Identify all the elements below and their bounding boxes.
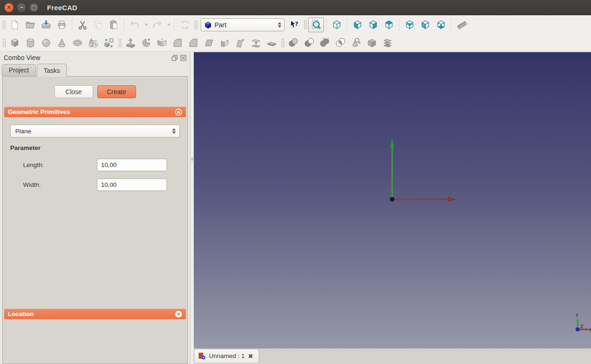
dropdown-arrow-icon	[167, 22, 171, 28]
chamfer-button[interactable]	[185, 36, 201, 50]
sphere-icon	[41, 37, 52, 48]
location-title: Location	[8, 310, 175, 317]
cross-sections-button[interactable]	[380, 36, 395, 50]
primitive-type-select[interactable]: Plane	[10, 125, 180, 137]
print-button[interactable]	[54, 18, 70, 32]
close-button[interactable]: Close	[54, 85, 93, 98]
toolbar-drag-handle[interactable]	[2, 20, 6, 30]
ruled-surface-button[interactable]	[217, 36, 233, 50]
fit-all-button[interactable]	[308, 18, 324, 32]
document-tab-label: Unnamed : 1	[209, 352, 245, 359]
loft-button[interactable]	[233, 36, 248, 50]
window-close-button[interactable]: ✕	[4, 3, 14, 12]
revolve-button[interactable]	[138, 36, 154, 50]
length-spinbox[interactable]	[97, 159, 167, 171]
cone-primitive-button[interactable]	[54, 36, 70, 50]
splitter-grip-icon	[191, 157, 193, 162]
document-tab-bar: Unnamed : 1 ✖	[194, 348, 591, 364]
refresh-button	[177, 18, 193, 32]
view-left-button[interactable]	[418, 18, 433, 32]
toolbar-drag-handle[interactable]	[194, 20, 198, 30]
view-front-button[interactable]	[350, 18, 365, 32]
revolve-icon	[141, 37, 152, 48]
window-maximize-button[interactable]: ▢	[29, 3, 39, 12]
paste-icon	[108, 19, 119, 30]
section-button[interactable]	[264, 36, 280, 50]
ruled-surface-icon	[219, 37, 230, 48]
panel-splitter[interactable]	[190, 52, 194, 364]
create-button[interactable]: Create	[97, 85, 136, 98]
width-spinbox[interactable]	[97, 179, 167, 191]
cube-rear-icon	[404, 19, 415, 30]
check-geometry-button[interactable]	[348, 36, 364, 50]
cube-axonometric-icon	[331, 19, 342, 30]
sweep-button[interactable]	[248, 36, 264, 50]
cylinder-icon	[25, 37, 36, 48]
mirror-button[interactable]	[154, 36, 170, 50]
measure-distance-button[interactable]	[454, 18, 470, 32]
view-bottom-button[interactable]	[433, 18, 449, 32]
redo-menu-button	[165, 18, 172, 32]
open-document-button[interactable]	[23, 18, 38, 32]
shape-builder-button[interactable]	[101, 36, 117, 50]
document-tab-close-icon[interactable]: ✖	[248, 353, 253, 359]
boolean-union-button[interactable]	[317, 36, 333, 50]
collapse-section-icon[interactable]	[175, 108, 182, 116]
primitive-type-value: Plane	[15, 128, 172, 135]
tab-tasks[interactable]: Tasks	[37, 64, 67, 77]
boolean-icon	[288, 37, 299, 48]
location-section-header[interactable]: Location	[4, 309, 186, 319]
view-top-button[interactable]	[381, 18, 397, 32]
x-axis-arrowhead-icon	[448, 197, 454, 202]
box-primitive-button[interactable]	[7, 36, 23, 50]
length-field-row: Length:	[3, 159, 187, 171]
length-input[interactable]	[97, 159, 167, 171]
new-document-button[interactable]	[7, 18, 23, 32]
cut-button[interactable]	[75, 18, 90, 32]
toolbar-drag-handle[interactable]	[281, 38, 285, 48]
create-primitives-button[interactable]	[85, 36, 101, 50]
boolean-cut-button[interactable]	[301, 36, 317, 50]
cube-bottom-icon	[436, 19, 447, 30]
toolbar-drag-handle[interactable]	[118, 38, 122, 48]
toolbar-drag-handle[interactable]	[303, 20, 307, 30]
extrude-button[interactable]	[123, 36, 138, 50]
geometric-primitives-section-header[interactable]: Geometric Primitives	[4, 107, 186, 117]
cone-icon	[56, 37, 67, 48]
3d-viewport[interactable]: Y Z X	[194, 52, 591, 348]
document-tab[interactable]: Unnamed : 1 ✖	[194, 349, 259, 363]
boolean-button[interactable]	[286, 36, 301, 50]
fillet-button[interactable]	[170, 36, 185, 50]
box-icon	[9, 37, 20, 48]
boolean-common-icon	[335, 37, 346, 48]
torus-primitive-button[interactable]	[70, 36, 85, 50]
cube-left-icon	[420, 19, 431, 30]
cylinder-primitive-button[interactable]	[23, 36, 38, 50]
geometric-primitives-content: Plane Parameter Length: Width:	[3, 117, 187, 306]
view-right-button[interactable]	[365, 18, 381, 32]
fillet-icon	[172, 37, 183, 48]
width-input[interactable]	[97, 179, 167, 191]
open-icon	[25, 19, 36, 30]
window-minimize-button[interactable]: −	[17, 3, 26, 12]
paste-button[interactable]	[106, 18, 122, 32]
workbench-selector[interactable]: Part	[201, 18, 285, 31]
whats-this-button[interactable]: ?	[287, 18, 302, 32]
tab-project[interactable]: Project	[2, 64, 36, 76]
make-face-button[interactable]	[201, 36, 217, 50]
dock-close-icon[interactable]	[180, 54, 186, 61]
cube-top-icon	[383, 19, 394, 30]
parameter-heading: Parameter	[10, 144, 187, 151]
sweep-icon	[251, 37, 262, 48]
toolbar-drag-handle[interactable]	[2, 38, 6, 48]
dock-float-icon[interactable]	[171, 54, 178, 61]
sphere-primitive-button[interactable]	[38, 36, 54, 50]
boolean-common-button[interactable]	[333, 36, 348, 50]
expand-section-icon[interactable]	[175, 310, 182, 318]
save-document-button[interactable]	[38, 18, 54, 32]
view-axonometric-button[interactable]	[329, 18, 345, 32]
view-rear-button[interactable]	[402, 18, 418, 32]
section-icon	[266, 37, 277, 48]
boolean-union-icon	[319, 37, 330, 48]
thickness-button[interactable]	[364, 36, 380, 50]
